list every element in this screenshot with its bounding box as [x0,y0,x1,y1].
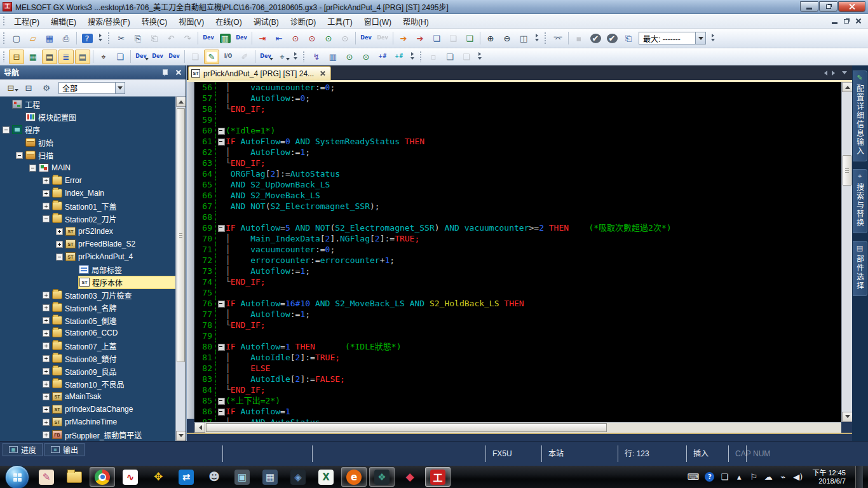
tree-filter-combo[interactable]: 全部 [58,82,125,94]
tree-item--[interactable]: ST程序本体 [0,276,175,288]
toolbar-overflow-chevron[interactable] [97,31,104,45]
window-jump-icon[interactable]: ❏ [429,31,444,46]
scroll-up-button[interactable] [176,97,186,107]
add-number-teal-icon[interactable]: +# [391,50,407,64]
editor-scroll-left-button[interactable] [194,423,205,433]
restore-button[interactable] [819,1,837,12]
menu-item-9[interactable]: 工具(T) [322,14,358,29]
tree-item-station02-[interactable]: Station02_刀片 [0,212,175,225]
menu-item-1[interactable]: 工程(P) [8,14,45,29]
tree-item-main[interactable]: MAIN [0,161,175,174]
cut-icon[interactable]: ✂ [114,31,129,46]
window-jump2-icon[interactable]: ❏ [445,31,461,46]
paste-icon[interactable]: ⎗ [147,31,162,46]
tree-expand-icon[interactable] [43,177,50,184]
fold-collapse-icon[interactable] [216,341,226,352]
help-icon[interactable]: ? [79,31,95,46]
security-app-icon[interactable]: ◈ [285,467,311,487]
dotted-window-icon[interactable]: ▫ [426,50,441,64]
action-center-flag-icon[interactable]: ⚐ [749,473,758,481]
pin-icon[interactable] [162,69,169,76]
tree-collapse-icon[interactable] [29,165,36,172]
read-from-plc-icon[interactable]: ⇤ [271,31,287,46]
device-read-icon[interactable]: Dev [375,31,390,46]
editor-horizontal-scrollbar[interactable] [194,422,841,433]
settings-gear-icon[interactable]: ⚙ [39,81,54,95]
tree-item-prmachinetime[interactable]: STprMachineTime [0,416,175,428]
tree-item-station10-[interactable]: Station10_不良品 [0,377,175,390]
fold-collapse-icon[interactable] [216,406,226,417]
navigation-window-icon[interactable]: ⊟ [9,50,24,64]
scrollbar-thumb[interactable] [177,108,185,362]
check-program2-icon[interactable]: ✔ [604,31,620,46]
print-icon[interactable]: ⎙ [58,31,74,46]
tree-expand-icon[interactable] [43,330,50,337]
tree-expand-icon[interactable] [43,190,50,197]
tree-item--[interactable]: 工程 [0,98,175,111]
tree-item-station06-ccd[interactable]: Station06_CCD [0,327,175,339]
tree-expand-icon[interactable] [43,406,50,413]
volume-tray-icon[interactable]: ◀) [793,473,803,481]
fold-collapse-icon[interactable] [216,222,226,233]
menu-item-10[interactable]: 窗口(W) [358,14,397,29]
wand-icon[interactable]: ✐ [237,50,252,64]
tree-filter-dropdown-icon[interactable] [115,83,125,93]
device-memory-icon[interactable]: Dev [166,50,182,64]
tree-item--[interactable]: 程序 [0,123,175,136]
device-assign-icon[interactable]: Dev [133,50,149,64]
power-plug-tray-icon[interactable]: ⌁ [778,473,787,481]
convert-icon[interactable]: ↯ [309,50,324,64]
mdi-close-button[interactable] [855,18,862,24]
progress-window-icon[interactable]: ▤ [75,50,90,64]
window-tray-icon[interactable]: ❏ [720,473,729,481]
tree-item-station08-[interactable]: Station08_鎖付 [0,352,175,365]
watch-max-combo-dropdown-icon[interactable] [695,32,705,44]
fold-collapse-icon[interactable] [216,395,226,406]
jump-dest-icon[interactable]: ➔ [412,31,428,46]
st-code-editor[interactable]: 56│ vacuumcounter:=0;57│ Autoflow:=0;58└… [194,82,841,422]
fold-collapse-icon[interactable] [216,298,226,309]
tab-output[interactable]: ≣输出 [44,443,85,456]
project-save-icon[interactable]: ▦ [25,50,41,64]
device-write-icon[interactable]: Dev [358,31,374,46]
tree-expand-icon[interactable] [43,381,50,388]
calculator-icon[interactable]: ▦ [257,467,283,487]
scope-app-icon[interactable]: ∿ [118,467,143,487]
tree-item-station05-[interactable]: Station05_側邊 [0,314,175,327]
find-replace-icon[interactable]: ⌖ [96,50,111,64]
verify-red-icon[interactable]: ⊙ [288,31,303,46]
tab-element-selection[interactable]: ▤部件选择 [853,241,867,296]
navigation-close-icon[interactable] [175,69,182,76]
add-number-blue-icon[interactable]: +# [375,50,390,64]
tree-item-prpickandput-4[interactable]: STprPickAndPut_4 [0,250,175,263]
tree-item-station01-[interactable]: Station01_下盖 [0,200,175,212]
menu-item-2[interactable]: 编辑(E) [45,14,82,29]
open-project-icon[interactable]: ▱ [25,31,41,46]
toolbar-overflow-chevron[interactable] [292,50,299,64]
tree-item-station09-[interactable]: Station09_良品 [0,365,175,377]
editor-hscroll-thumb[interactable] [206,423,607,432]
remote-operation-icon[interactable]: ⌤ [550,31,566,46]
monitor-start-icon[interactable]: ▥ [217,31,233,46]
menu-item-8[interactable]: 诊断(D) [285,14,322,29]
verify-red2-icon[interactable]: ⊙ [304,31,320,46]
tab-scroll-right-icon[interactable] [832,71,837,76]
jump-source-icon[interactable]: ➔ [396,31,411,46]
tree-item-index-main[interactable]: Index_Main [0,187,175,200]
tree-expand-icon[interactable] [43,342,50,349]
tree-item--[interactable]: 扫描 [0,149,175,161]
output-window-icon[interactable]: ≣ [58,50,74,64]
toolbar-overflow-chevron[interactable] [476,50,483,64]
arrows-app-icon[interactable]: ✥ [146,467,171,487]
verify-gray-icon[interactable]: ⊙ [337,31,353,46]
save-icon[interactable]: ▦ [42,31,57,46]
io-assign-icon[interactable]: I/O [220,50,236,64]
toolbar-overflow-chevron[interactable] [409,50,416,64]
zoom-in-icon[interactable]: ⊕ [483,31,498,46]
tree-collapse-icon[interactable] [3,126,10,133]
toolbar-overflow-chevron[interactable] [709,31,716,45]
tree-expand-icon[interactable] [56,241,63,248]
editor-scroll-down-button[interactable] [842,412,853,422]
tab-close-icon[interactable] [320,71,325,76]
editor-scroll-up-button[interactable] [842,82,853,92]
